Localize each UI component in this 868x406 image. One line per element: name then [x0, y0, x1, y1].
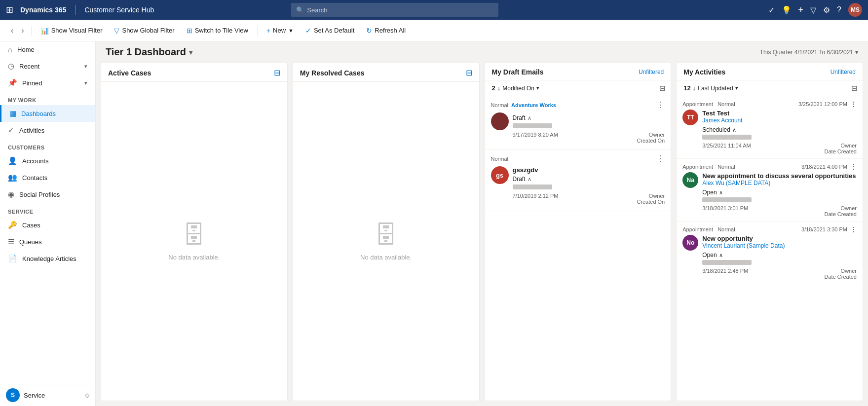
active-cases-body: 🗄 No data available. — [101, 82, 287, 401]
draft-email-1-labels: OwnerCreated On — [637, 132, 665, 144]
activity-2-more-icon[interactable]: ⋮ — [850, 163, 857, 170]
tile-view-icon: ⊞ — [187, 27, 192, 35]
sidebar-footer-avatar: S — [6, 388, 20, 402]
draft-emails-unfiltered[interactable]: Unfiltered — [639, 69, 664, 75]
sidebar-item-cases[interactable]: 🔑 Cases — [0, 217, 95, 233]
sidebar-item-recent[interactable]: ◷ Recent ▾ — [0, 58, 95, 74]
sidebar-item-pinned[interactable]: 📌 Pinned ▾ — [0, 74, 95, 91]
search-input[interactable] — [307, 6, 493, 14]
activities-sort-field: Last Updated — [698, 85, 733, 92]
activity-item-1: Appointment Normal 3/25/2021 12:00 PM ⋮ … — [677, 96, 863, 159]
my-draft-emails-header: My Draft Emails Unfiltered — [485, 63, 671, 80]
draft-email-2-blurred — [513, 185, 552, 189]
forward-button[interactable]: › — [18, 24, 27, 37]
no-data-cylinder-icon: 🗄 — [182, 221, 206, 249]
activity-2-link[interactable]: Alex Wu (SAMPLE DATA) — [702, 180, 857, 186]
settings-icon[interactable]: ⚙ — [823, 5, 830, 15]
pin-icon: 📌 — [8, 78, 17, 87]
show-visual-filter-button[interactable]: 📊 Show Visual Filter — [36, 24, 108, 37]
activity-3-meta: 3/18/2021 2:48 PM OwnerDate Created — [702, 268, 857, 280]
activities-unfiltered[interactable]: Unfiltered — [830, 69, 856, 75]
content-area: Tier 1 Dashboard ▾ This Quarter 4/1/2021… — [96, 41, 868, 406]
active-cases-title: Active Cases — [108, 69, 151, 77]
activity-3-more-icon[interactable]: ⋮ — [850, 225, 857, 233]
plus-icon[interactable]: + — [798, 5, 804, 15]
show-global-filter-button[interactable]: ▽ Show Global Filter — [109, 24, 179, 37]
draft-email-2-content: gsszgdv Draft ∧ 7/10/2019 2:12 PM OwnerC… — [513, 166, 665, 205]
sidebar-item-dashboards[interactable]: ▦ Dashboards — [0, 105, 95, 122]
sidebar-item-home[interactable]: ⌂ Home — [0, 41, 95, 58]
activity-1-link[interactable]: James Account — [702, 117, 857, 124]
active-cases-no-data: 🗄 No data available. — [101, 82, 287, 401]
lightbulb-icon[interactable]: 💡 — [782, 5, 792, 15]
switch-to-tile-view-button[interactable]: ⊞ Switch to Tile View — [182, 24, 253, 37]
sidebar-item-contacts[interactable]: 👥 Contacts — [0, 169, 95, 186]
draft-emails-sort-field: Modified On — [502, 85, 534, 92]
sidebar-item-social-profiles[interactable]: ◉ Social Profiles — [0, 186, 95, 203]
activity-3-meta-labels: OwnerDate Created — [825, 268, 857, 280]
back-button[interactable]: ‹ — [8, 24, 16, 37]
activities-sort-button[interactable]: 12 ↓ Last Updated ▾ — [681, 83, 740, 93]
waffle-icon[interactable]: ⊞ — [6, 4, 13, 15]
contacts-icon: 👥 — [8, 173, 17, 182]
check-circle-icon[interactable]: ✓ — [768, 5, 775, 15]
social-profiles-icon: ◉ — [8, 190, 14, 199]
chevron-recent-icon: ▾ — [84, 63, 87, 70]
dashboard-title[interactable]: Tier 1 Dashboard ▾ — [106, 46, 192, 58]
activity-3-status: Open ∧ — [702, 252, 722, 258]
my-draft-emails-title: My Draft Emails — [492, 68, 544, 76]
sidebar-footer[interactable]: S Service ◇ — [0, 384, 95, 406]
draft-email-2-labels: OwnerCreated On — [637, 193, 665, 205]
draft-emails-sort-button[interactable]: 2 ↓ Modified On ▾ — [490, 83, 541, 93]
my-draft-emails-panel: My Draft Emails Unfiltered 2 ↓ Modified … — [485, 63, 672, 401]
service-group-label: Service — [0, 203, 95, 217]
activity-3-header-right: 3/18/2021 3:30 PM ⋮ — [801, 225, 857, 233]
resolved-cases-grid-icon[interactable]: ⊟ — [466, 68, 472, 77]
user-avatar[interactable]: MS — [848, 3, 862, 17]
app-name: Dynamics 365 — [20, 6, 66, 14]
top-nav: ⊞ Dynamics 365 Customer Service Hub 🔍 ✓ … — [0, 0, 868, 20]
activity-3-link[interactable]: Vincent Lauriant (Sample Data) — [702, 242, 857, 249]
toolbar: ‹ › 📊 Show Visual Filter ▽ Show Global F… — [0, 20, 868, 41]
sidebar-item-knowledge-articles[interactable]: 📄 Knowledge Articles — [0, 250, 95, 267]
refresh-all-button[interactable]: ↻ Refresh All — [361, 24, 411, 37]
refresh-icon: ↻ — [366, 27, 372, 35]
activity-3-avatar: No — [682, 235, 698, 251]
cases-icon: 🔑 — [8, 221, 17, 229]
draft-email-2-more-icon[interactable]: ⋮ — [657, 154, 665, 163]
sidebar-item-activities[interactable]: ✓ Activities — [0, 122, 95, 139]
chevron-pinned-icon: ▾ — [84, 80, 87, 86]
draft-emails-grid-icon[interactable]: ⊟ — [659, 84, 666, 93]
draft-email-1-more-icon[interactable]: ⋮ — [657, 100, 665, 110]
global-filter-icon: ▽ — [114, 27, 119, 35]
dashboard-grid: Active Cases ⊟ 🗄 No data available. My R… — [96, 63, 868, 406]
activity-2-content: New appointment to discuss several oppor… — [702, 172, 857, 217]
activity-1-more-icon[interactable]: ⋮ — [850, 100, 857, 108]
my-resolved-cases-body: 🗄 No data available. — [293, 82, 479, 401]
customers-group-label: Customers — [0, 139, 95, 152]
dropdown-arrow-icon: ▼ — [288, 28, 294, 34]
knowledge-icon: 📄 — [8, 254, 17, 263]
my-activities-panel: My Activities Unfiltered 12 ↓ Last Updat… — [676, 63, 863, 401]
new-button[interactable]: + New ▼ — [262, 24, 299, 37]
activities-sort-chevron-icon: ▾ — [735, 85, 738, 91]
accounts-icon: 👤 — [8, 156, 17, 165]
activities-grid-icon[interactable]: ⊟ — [851, 84, 858, 93]
activity-1-header: Appointment Normal 3/25/2021 12:00 PM ⋮ — [682, 100, 857, 108]
draft-email-2-name: gsszgdv — [513, 166, 665, 174]
activities-count: 12 — [683, 84, 690, 92]
activity-2-name: New appointment to discuss several oppor… — [702, 172, 857, 180]
nav-icons: ✓ 💡 + ▽ ⚙ ? MS — [768, 3, 862, 17]
dashboard-quarter: This Quarter 4/1/2021 To 6/30/2021 ▾ — [760, 49, 858, 56]
active-cases-grid-icon[interactable]: ⊟ — [274, 68, 280, 77]
sidebar-item-accounts[interactable]: 👤 Accounts — [0, 152, 95, 169]
search-bar[interactable]: 🔍 — [291, 3, 498, 17]
activity-2-owner-date: 3/18/2021 3:01 PM — [702, 205, 748, 217]
recent-icon: ◷ — [8, 62, 14, 71]
sidebar-item-queues[interactable]: ☰ Queues — [0, 233, 95, 250]
sidebar: ⌂ Home ◷ Recent ▾ 📌 Pinned ▾ My Work ▦ D… — [0, 41, 96, 406]
draft-email-1-content: Draft ∧ 9/17/2019 8:20 AM OwnerCreated O… — [513, 112, 665, 144]
help-icon[interactable]: ? — [837, 5, 841, 14]
filter-icon[interactable]: ▽ — [810, 5, 816, 15]
set-as-default-button[interactable]: ✓ Set As Default — [301, 24, 359, 37]
